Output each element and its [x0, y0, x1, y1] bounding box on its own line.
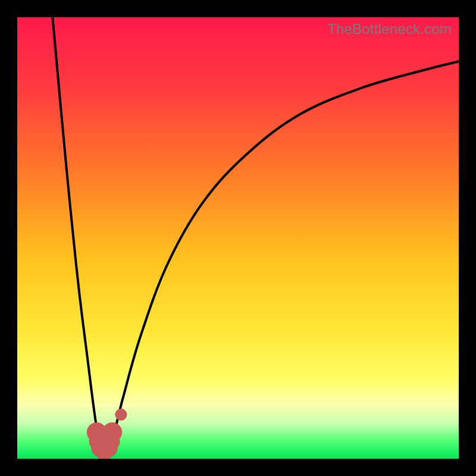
curve-markers: [87, 409, 127, 459]
chart-frame: TheBottleneck.com: [0, 0, 476, 476]
marker-dot: [102, 422, 122, 442]
marker-dot: [115, 409, 127, 420]
bottleneck-curve: [52, 17, 459, 450]
curve-layer: [17, 17, 459, 459]
plot-area: TheBottleneck.com: [17, 17, 459, 459]
watermark-text: TheBottleneck.com: [327, 21, 452, 37]
